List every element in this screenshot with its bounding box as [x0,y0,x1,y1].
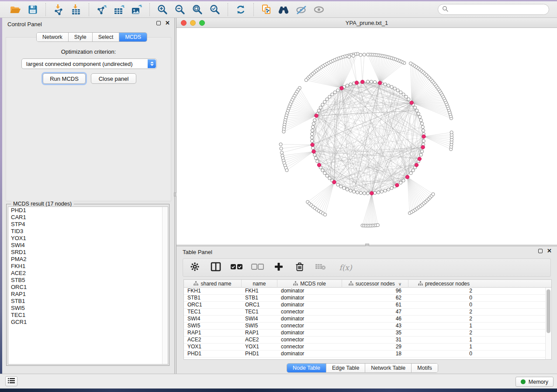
graph-node[interactable] [405,95,408,98]
optimization-criterion-select[interactable]: largest connected component (undirected) [21,58,157,69]
graph-leaf-node[interactable] [359,53,362,56]
graph-node[interactable] [349,189,352,192]
function-builder-button[interactable]: f(x) [336,262,355,273]
network-window-titlebar[interactable]: YPA_prune.txt_1 [176,18,557,28]
table-row[interactable]: RAP1RAP1dominator352 [184,330,551,337]
graph-node[interactable] [393,87,396,90]
mcds-result-item[interactable]: ORC1 [8,284,168,291]
toolbar-search-field[interactable] [438,4,549,15]
network-graph[interactable] [176,28,557,244]
graph-leaf-node[interactable] [279,143,282,146]
delete-column-button[interactable] [294,262,305,273]
graph-node[interactable] [325,98,329,101]
graph-hub-node[interactable] [370,191,374,195]
graph-node[interactable] [313,153,316,156]
tab-mcds[interactable]: MCDS [119,33,147,41]
network-canvas[interactable] [176,28,557,244]
zoom-in-button[interactable] [155,3,170,17]
graph-node[interactable] [402,179,405,182]
graph-node[interactable] [387,188,390,191]
graph-node[interactable] [407,98,410,101]
graph-node[interactable] [419,153,422,156]
graph-node[interactable] [325,174,329,177]
zoom-fit-button[interactable] [190,3,205,17]
open-file-button[interactable] [8,3,23,17]
graph-node[interactable] [328,95,331,98]
graph-node[interactable] [417,112,420,115]
graph-node[interactable] [415,109,419,112]
zoom-out-button[interactable] [173,3,187,17]
graph-node[interactable] [310,136,313,139]
graph-node[interactable] [311,139,314,142]
graph-node[interactable] [413,106,416,109]
run-mcds-button[interactable]: Run MCDS [43,73,86,84]
graph-node[interactable] [314,157,317,160]
close-panel-button-mcds[interactable]: Close panel [91,73,136,84]
tab-edge-table[interactable]: Edge Table [326,364,365,372]
graph-node[interactable] [328,177,331,180]
column-header-mcds-role[interactable]: MCDS role [277,280,342,288]
graph-node[interactable] [384,189,387,192]
graph-node[interactable] [323,172,326,175]
column-header-predecessor-nodes[interactable]: predecessor nodes [408,280,479,288]
mcds-result-item[interactable]: PHD1 [8,207,168,214]
export-image-button[interactable] [129,3,144,17]
graph-node[interactable] [317,109,320,112]
graph-node[interactable] [319,106,322,109]
graph-node[interactable] [349,83,352,86]
graph-leaf-node[interactable] [280,151,283,154]
graph-hub-node[interactable] [315,114,318,117]
graph-leaf-node[interactable] [366,53,369,56]
graph-leaf-node[interactable] [376,224,379,227]
mcds-result-item[interactable]: CAR1 [8,214,168,221]
mcds-result-item[interactable]: SWI5 [8,305,168,312]
table-row[interactable]: ORC1ORC1dominator610 [184,302,551,309]
column-header-successor-nodes[interactable]: successor nodes ∨ [342,280,408,288]
table-row[interactable]: STB1STB1dominator620 [184,295,551,302]
graph-node[interactable] [311,146,315,149]
close-panel-button[interactable]: ✕ [165,21,170,25]
graph-node[interactable] [331,93,334,96]
show-columns-button[interactable] [210,262,221,273]
graph-leaf-node[interactable] [409,62,412,65]
zoom-selected-button[interactable] [208,3,222,17]
graph-node[interactable] [321,169,324,172]
graph-node[interactable] [421,125,424,128]
deselect-all-button[interactable] [252,262,263,273]
graph-node[interactable] [420,150,423,153]
graph-leaf-node[interactable] [450,131,453,134]
tab-network-table[interactable]: Network Table [365,364,412,372]
graph-hub-node[interactable] [422,135,426,138]
graph-hub-node[interactable] [410,101,413,104]
graph-node[interactable] [420,122,423,125]
graph-node[interactable] [336,183,339,186]
graph-node[interactable] [313,119,316,122]
graph-hub-node[interactable] [415,163,418,167]
graph-node[interactable] [387,84,390,87]
graph-hub-node[interactable] [361,80,364,83]
graph-node[interactable] [336,89,339,92]
mcds-result-item[interactable]: GCR1 [8,319,168,326]
graph-hub-node[interactable] [312,150,315,153]
delete-table-button[interactable] [315,262,326,273]
graph-node[interactable] [422,139,425,142]
panel-list-button[interactable] [5,376,17,386]
table-row[interactable]: SWI4SWI4dominator462 [184,316,551,323]
graph-node[interactable] [343,186,346,189]
tab-select[interactable]: Select [93,33,120,41]
graph-leaf-node[interactable] [352,54,355,57]
import-network-button[interactable] [51,3,66,17]
graph-node[interactable] [390,186,393,189]
table-scrollbar-track[interactable] [545,288,551,360]
tab-network[interactable]: Network [37,33,69,41]
import-table-button[interactable] [69,3,83,17]
mcds-result-list[interactable]: PHD1CAR1STP4TID3YOX1SWI4SRD1PMA2FKH1ACE2… [8,206,168,364]
graph-node[interactable] [412,169,415,172]
tab-motifs[interactable]: Motifs [412,364,437,372]
tab-node-table[interactable]: Node Table [287,364,326,372]
graph-hub-node[interactable] [418,157,421,161]
show-all-button[interactable] [311,3,326,17]
graph-node[interactable] [316,160,319,163]
graph-node[interactable] [346,84,349,87]
graph-hub-node[interactable] [421,145,425,149]
